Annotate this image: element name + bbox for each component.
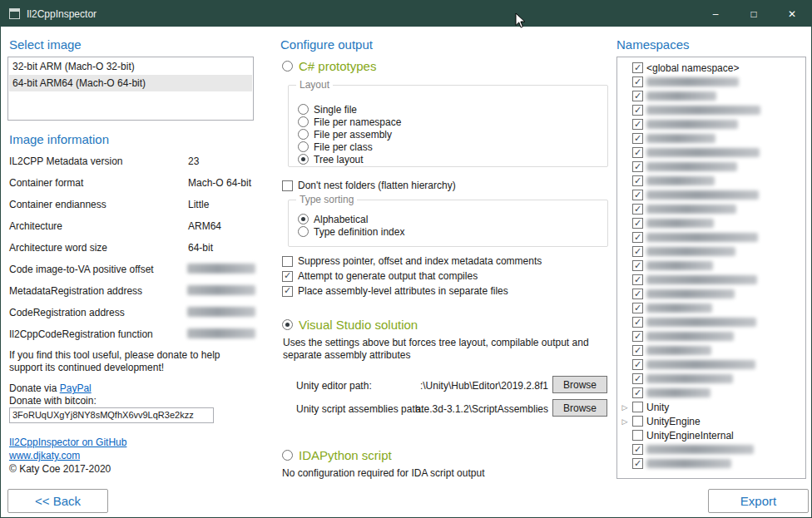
namespace-checkbox[interactable]	[632, 331, 643, 342]
layout-option[interactable]: File per class	[298, 141, 607, 153]
namespace-checkbox[interactable]	[632, 402, 643, 412]
namespace-row[interactable]: UnityEngineInternal	[621, 428, 805, 442]
unity-script-path-value: ate.3d-3.1.2\ScriptAssemblies	[375, 403, 548, 415]
image-list-item[interactable]: 64-bit ARM64 (Mach-O 64-bit)	[9, 75, 252, 91]
info-label: Architecture word size	[9, 242, 188, 264]
namespace-row[interactable]	[621, 131, 805, 146]
namespace-checkbox[interactable]	[632, 218, 643, 229]
namespace-row[interactable]	[621, 230, 805, 244]
namespace-checkbox[interactable]	[632, 119, 643, 130]
namespace-row[interactable]	[621, 259, 805, 273]
namespace-row[interactable]	[621, 329, 805, 343]
namespace-checkbox[interactable]	[632, 133, 643, 144]
namespace-row[interactable]	[621, 358, 805, 372]
image-list-item[interactable]: 32-bit ARM (Mach-O 32-bit)	[9, 58, 252, 75]
namespace-row[interactable]	[621, 117, 805, 131]
namespace-row[interactable]	[621, 456, 805, 471]
namespace-row[interactable]	[621, 386, 805, 400]
namespace-row[interactable]	[621, 244, 805, 259]
namespace-checkbox[interactable]	[632, 444, 643, 455]
namespace-row[interactable]	[621, 315, 805, 329]
expander-icon[interactable]: ▷	[621, 403, 629, 412]
output-option-checkbox[interactable]: Attempt to generate output that compiles	[282, 269, 542, 284]
namespace-row[interactable]	[621, 372, 805, 386]
csharp-prototypes-option[interactable]: C# prototypes	[282, 59, 376, 73]
namespaces-tree[interactable]: <global namespace>▷Unity▷UnityEngineUnit…	[616, 57, 806, 479]
unity-editor-browse-button[interactable]: Browse	[552, 376, 607, 393]
namespace-row[interactable]	[621, 160, 805, 174]
namespace-checkbox[interactable]	[632, 246, 643, 257]
namespace-row[interactable]	[621, 146, 805, 160]
website-link[interactable]: www.djkaty.com	[9, 450, 80, 461]
expander-icon[interactable]: ▷	[621, 417, 629, 426]
namespace-row[interactable]	[621, 174, 805, 188]
close-button[interactable]: ✕	[773, 1, 811, 27]
namespace-checkbox[interactable]	[632, 274, 643, 285]
namespace-checkbox[interactable]	[632, 373, 643, 384]
output-option-checkbox[interactable]: Place assembly-level attributes in separ…	[282, 284, 542, 298]
namespace-row[interactable]	[621, 216, 805, 230]
namespace-checkbox[interactable]	[632, 91, 643, 101]
namespace-checkbox[interactable]	[632, 147, 643, 158]
namespace-row[interactable]	[621, 343, 805, 358]
namespace-checkbox[interactable]	[632, 458, 643, 469]
namespace-row[interactable]	[621, 273, 805, 287]
idapython-script-option[interactable]: IDAPython script	[282, 448, 392, 462]
namespace-row[interactable]	[621, 202, 805, 216]
namespace-checkbox[interactable]	[632, 387, 643, 398]
redacted-namespace	[646, 77, 739, 86]
type-sorting-option[interactable]: Alphabetical	[298, 213, 607, 225]
namespace-checkbox[interactable]	[632, 232, 643, 243]
paypal-link[interactable]: PayPal	[60, 382, 92, 394]
namespace-row[interactable]	[621, 188, 805, 202]
namespace-checkbox[interactable]	[632, 359, 643, 370]
namespace-row[interactable]	[621, 442, 805, 456]
namespace-row[interactable]: ▷Unity	[621, 400, 805, 414]
namespace-row[interactable]: ▷UnityEngine	[621, 414, 805, 428]
info-value: Mach-O 64-bit	[188, 177, 255, 199]
namespace-checkbox[interactable]	[632, 416, 643, 427]
namespace-row[interactable]	[621, 103, 805, 117]
type-sorting-option[interactable]: Type definition index	[298, 225, 607, 238]
namespace-row[interactable]	[621, 89, 805, 103]
namespace-checkbox[interactable]	[632, 289, 643, 299]
namespace-checkbox[interactable]	[632, 175, 643, 186]
maximize-button[interactable]: □	[735, 1, 773, 27]
type-sorting-groupbox: Type sorting AlphabeticalType definition…	[288, 200, 608, 247]
namespace-checkbox[interactable]	[632, 62, 643, 73]
unity-script-browse-button[interactable]: Browse	[552, 399, 607, 417]
namespace-checkbox[interactable]	[632, 317, 643, 328]
namespace-checkbox[interactable]	[632, 76, 643, 87]
namespace-checkbox[interactable]	[632, 303, 643, 313]
flatten-checkbox[interactable]: Don't nest folders (flatten hierarchy)	[282, 178, 456, 193]
namespace-row[interactable]: <global namespace>	[621, 61, 805, 75]
github-link[interactable]: Il2CppInspector on GitHub	[9, 437, 126, 448]
namespace-checkbox[interactable]	[632, 105, 643, 116]
namespace-checkbox[interactable]	[632, 345, 643, 356]
namespace-checkbox[interactable]	[632, 260, 643, 271]
radio-icon	[282, 61, 293, 72]
layout-option[interactable]: File per assembly	[298, 128, 607, 141]
export-button[interactable]: Export	[708, 489, 809, 513]
namespace-row[interactable]	[621, 287, 805, 301]
namespace-row[interactable]	[621, 75, 805, 89]
back-button[interactable]: << Back	[7, 489, 108, 513]
namespace-checkbox[interactable]	[632, 161, 643, 172]
info-row: Container formatMach-O 64-bit	[9, 177, 255, 199]
bitcoin-address-field[interactable]: 3FoRUqUXgYj8NY8sMQfhX6vv9LqR3e2kzz	[9, 407, 214, 423]
namespace-checkbox[interactable]	[632, 430, 643, 441]
image-listbox[interactable]: 32-bit ARM (Mach-O 32-bit)64-bit ARM64 (…	[7, 57, 254, 121]
layout-option[interactable]: Tree layout	[298, 153, 607, 165]
layout-option[interactable]: File per namespace	[298, 116, 607, 128]
minimize-button[interactable]: –	[696, 1, 735, 27]
namespace-checkbox[interactable]	[632, 190, 643, 200]
namespace-checkbox[interactable]	[632, 204, 643, 215]
visual-studio-solution-option[interactable]: Visual Studio solution	[282, 318, 418, 332]
radio-label: Single file	[314, 104, 357, 116]
namespace-row[interactable]	[621, 301, 805, 315]
redacted-namespace	[646, 190, 759, 200]
output-option-checkbox[interactable]: Suppress pointer, offset and index metad…	[282, 254, 542, 269]
namespace-label: Unity	[646, 402, 669, 413]
layout-option[interactable]: Single file	[298, 103, 607, 116]
radio-label: File per assembly	[314, 129, 392, 141]
